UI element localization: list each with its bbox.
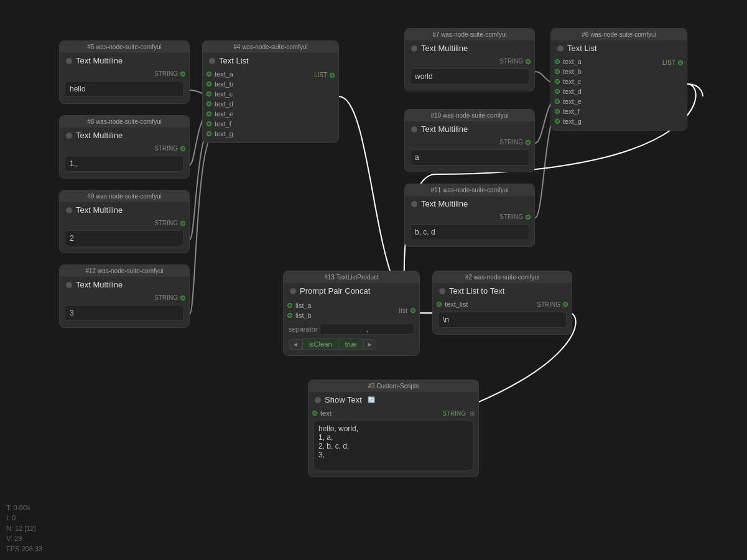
node-7-string-dot[interactable] [526, 59, 531, 64]
node-6-text_g-dot[interactable] [555, 119, 560, 124]
node-3-status [315, 397, 321, 403]
node-13-list-dot[interactable] [411, 308, 415, 313]
node-6-text_c-dot[interactable] [555, 79, 560, 84]
node-2-status [439, 288, 445, 294]
node-5-string-dot[interactable] [180, 72, 185, 77]
node-2-string-dot[interactable] [563, 302, 568, 307]
node-8-header: #8 was-node-suite-comfyui [60, 116, 189, 128]
node-3-title: Show Text [325, 395, 362, 404]
node-3-text-dot[interactable] [312, 411, 317, 416]
node-9-textarea[interactable]: 2 [65, 230, 184, 246]
node-12-title: Text Multiline [76, 280, 123, 289]
node-4-text_a[interactable]: text_a [203, 69, 236, 79]
node-12: #12 was-node-suite-comfyui Text Multilin… [59, 264, 190, 328]
node-canvas: #5 was-node-suite-comfyui Text Multiline… [0, 0, 747, 560]
node-13-list_a-dot[interactable] [287, 303, 292, 308]
node-11-string-dot[interactable] [526, 215, 531, 220]
node-8-textarea[interactable]: 1,, [65, 156, 184, 172]
node-6-text_c[interactable]: text_c [551, 77, 585, 86]
node-12-string-dot[interactable] [180, 296, 185, 301]
node-4-status [209, 58, 215, 64]
node-13-isclean-arrow-right[interactable]: ► [363, 339, 377, 350]
node-6-text_b-dot[interactable] [555, 69, 560, 74]
node-6: #6 was-node-suite-comfyui Text List text… [550, 28, 687, 131]
node-6-list-dot[interactable] [678, 60, 683, 65]
node-11-status [411, 201, 417, 207]
node-11-textarea[interactable]: b, c, d [410, 224, 529, 240]
node-5-title: Text Multiline [76, 56, 123, 65]
node-4-text_f[interactable]: text_f [203, 119, 236, 129]
node-6-text_e-dot[interactable] [555, 99, 560, 104]
node-7-textarea[interactable]: world [410, 68, 529, 85]
node-9-string-dot[interactable] [180, 221, 185, 226]
node-4-text_c[interactable]: text_c [203, 89, 236, 99]
node-4-list-dot[interactable] [330, 73, 335, 78]
node-12-textarea[interactable]: 3 [65, 305, 184, 321]
node-3-header: #3 Custom-Scripts [309, 380, 478, 392]
node-13-separator-value[interactable]: , [320, 324, 414, 335]
node-6-status [557, 45, 564, 52]
node-9-status [66, 207, 72, 213]
node-9: #9 was-node-suite-comfyui Text Multiline… [59, 190, 190, 253]
stat-v: V: 29 [6, 533, 42, 544]
node-4-text_e-dot[interactable] [206, 111, 211, 116]
node-4-text_b-dot[interactable] [206, 82, 211, 86]
node-10-header: #10 was-node-suite-comfyui [405, 110, 534, 121]
node-7-status [411, 45, 417, 52]
node-4-text_d[interactable]: text_d [203, 99, 236, 109]
node-3-text[interactable]: text [309, 408, 335, 418]
node-8: #8 was-node-suite-comfyui Text Multiline… [59, 115, 190, 179]
node-12-header: #12 was-node-suite-comfyui [60, 265, 189, 277]
stat-i: I: 0 [6, 513, 42, 523]
node-4-text_a-dot[interactable] [206, 72, 211, 77]
node-2-delimiter[interactable]: \n [438, 312, 567, 328]
node-2: #2 was-node-suite-comfyui Text List to T… [432, 271, 572, 335]
node-2-text_list-dot[interactable] [437, 302, 442, 307]
node-13-list_b[interactable]: list_b [284, 310, 315, 320]
node-10-status [411, 126, 417, 133]
node-13-list_b-dot[interactable] [287, 313, 292, 318]
node-5-string-port: STRING [60, 69, 189, 78]
node-4-text_b[interactable]: text_b [203, 79, 236, 89]
node-4: #4 was-node-suite-comfyui Text List text… [202, 40, 339, 143]
node-5-header: #5 was-node-suite-comfyui [60, 41, 189, 53]
node-6-text_f[interactable]: text_f [551, 106, 585, 116]
node-9-header: #9 was-node-suite-comfyui [60, 190, 189, 202]
node-5-status [66, 58, 72, 64]
node-3: #3 Custom-Scripts Show Text 🔄 text STRIN… [308, 380, 479, 477]
node-13-title: Prompt Pair Concat [300, 286, 370, 296]
node-6-text_g[interactable]: text_g [551, 116, 585, 126]
node-6-text_a[interactable]: text_a [551, 57, 585, 67]
node-13-isclean-label: isClean [302, 338, 339, 350]
node-4-text_c-dot[interactable] [206, 91, 211, 96]
node-2-text_list[interactable]: text_list [433, 299, 471, 309]
node-8-title: Text Multiline [76, 131, 123, 140]
node-10-string-dot[interactable] [526, 140, 531, 145]
node-6-text_a-dot[interactable] [555, 59, 560, 64]
node-4-text_f-dot[interactable] [206, 121, 211, 126]
node-10-textarea[interactable]: a [410, 149, 529, 166]
node-3-refresh-icon[interactable]: 🔄 [368, 396, 375, 403]
node-4-text_d-dot[interactable] [206, 101, 211, 106]
node-8-string-dot[interactable] [180, 146, 185, 151]
node-4-header: #4 was-node-suite-comfyui [203, 41, 338, 53]
node-6-text_f-dot[interactable] [555, 109, 560, 114]
stat-t: T: 0.00s [6, 503, 42, 513]
node-6-header: #6 was-node-suite-comfyui [551, 29, 687, 40]
node-4-text_g[interactable]: text_g [203, 129, 236, 139]
stats-overlay: T: 0.00s I: 0 N: 12 [12] V: 29 FPS:208.3… [6, 503, 42, 554]
node-4-text_e[interactable]: text_e [203, 109, 236, 119]
node-7-title: Text Multiline [421, 44, 468, 53]
node-6-text_b[interactable]: text_b [551, 67, 585, 77]
node-7: #7 was-node-suite-comfyui Text Multiline… [404, 28, 535, 91]
node-4-text_g-dot[interactable] [206, 131, 211, 136]
node-6-text_d[interactable]: text_d [551, 86, 585, 96]
node-13-list_a[interactable]: list_a [284, 301, 315, 310]
node-5-textarea[interactable]: hello [65, 81, 184, 97]
node-13-isclean-arrow-left[interactable]: ◄ [289, 339, 302, 350]
node-10: #10 was-node-suite-comfyui Text Multilin… [404, 109, 535, 172]
node-6-text_e[interactable]: text_e [551, 96, 585, 106]
node-6-text_d-dot[interactable] [555, 89, 560, 94]
node-12-string-port: STRING [60, 293, 189, 302]
node-11: #11 was-node-suite-comfyui Text Multilin… [404, 184, 535, 247]
